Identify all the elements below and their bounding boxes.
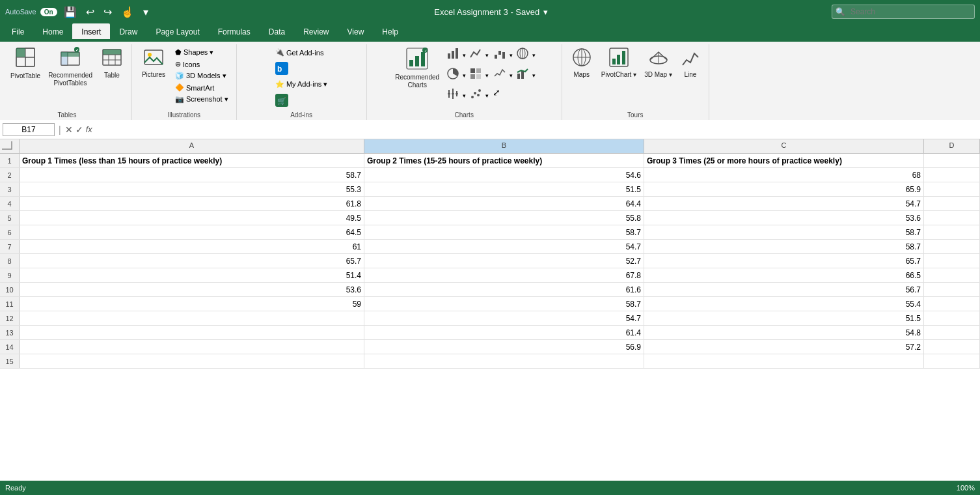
sheet-cell[interactable] bbox=[924, 283, 980, 296]
sheet-cell[interactable]: 68 bbox=[644, 168, 924, 182]
col-header-B[interactable]: B bbox=[364, 139, 644, 153]
sheet-cell[interactable]: 54.7 bbox=[364, 311, 644, 325]
sheet-cell[interactable]: 58.7 bbox=[364, 297, 644, 311]
sheet-cell[interactable]: 55.4 bbox=[644, 297, 924, 311]
col-header-A[interactable]: A bbox=[20, 139, 364, 153]
sheet-cell[interactable]: 53.6 bbox=[20, 283, 364, 296]
sheet-cell[interactable]: 61 bbox=[20, 240, 364, 253]
waterfall-chart-icon[interactable] bbox=[491, 46, 508, 64]
tab-insert[interactable]: Insert bbox=[72, 23, 110, 42]
sheet-cell[interactable] bbox=[20, 311, 364, 325]
recommended-charts-button[interactable]: ✓ RecommendedCharts bbox=[392, 46, 442, 91]
sheet-cell[interactable]: 58.7 bbox=[644, 225, 924, 239]
tab-home[interactable]: Home bbox=[33, 23, 72, 42]
sheet-cell[interactable]: 58.7 bbox=[644, 240, 924, 253]
sheet-cell[interactable]: 66.5 bbox=[644, 268, 924, 282]
sheet-cell[interactable] bbox=[20, 340, 364, 354]
sheet-cell[interactable]: 56.9 bbox=[364, 340, 644, 354]
sheet-cell[interactable] bbox=[924, 168, 980, 182]
sheet-cell[interactable]: 55.8 bbox=[364, 211, 644, 225]
cell-reference-box[interactable] bbox=[3, 123, 55, 136]
tab-formulas[interactable]: Formulas bbox=[209, 23, 260, 42]
sheet-cell[interactable]: 53.6 bbox=[644, 211, 924, 225]
sheet-cell[interactable]: 67.8 bbox=[364, 268, 644, 282]
sheet-cell[interactable]: 65.7 bbox=[644, 254, 924, 268]
tab-help[interactable]: Help bbox=[373, 23, 407, 42]
sheet-cell[interactable]: Group 2 Times (15-25 hours of practice w… bbox=[364, 154, 644, 167]
sheet-cell[interactable] bbox=[924, 225, 980, 239]
sheet-cell[interactable]: 59 bbox=[20, 297, 364, 311]
sheet-cell[interactable]: 61.6 bbox=[364, 283, 644, 296]
sheet-cell[interactable]: 57.2 bbox=[644, 340, 924, 354]
save-icon[interactable]: 💾 bbox=[61, 5, 79, 20]
column-chart-dropdown[interactable]: ▾ bbox=[463, 52, 466, 59]
autosave-toggle[interactable]: On bbox=[40, 8, 57, 16]
touch-icon[interactable]: ☝ bbox=[118, 5, 137, 20]
sheet-cell[interactable]: 65.9 bbox=[644, 182, 924, 196]
confirm-edit-icon[interactable]: ✓ bbox=[75, 124, 83, 135]
sheet-cell[interactable] bbox=[924, 182, 980, 196]
sheet-cell[interactable]: Group 3 Times (25 or more hours of pract… bbox=[644, 154, 924, 167]
charts-expand-icon[interactable]: ⤢ bbox=[491, 86, 502, 99]
line-chart-icon[interactable] bbox=[467, 46, 484, 64]
undo-icon[interactable]: ↩ bbox=[83, 5, 97, 20]
formula-input[interactable] bbox=[95, 124, 977, 135]
tab-file[interactable]: File bbox=[3, 23, 33, 42]
sheet-cell[interactable]: 54.8 bbox=[644, 326, 924, 339]
quick-access-more[interactable]: ▾ bbox=[141, 5, 151, 20]
sheet-cell[interactable]: 51.5 bbox=[644, 311, 924, 325]
pictures-button[interactable]: Pictures bbox=[137, 46, 170, 80]
combo-chart-dropdown[interactable]: ▾ bbox=[532, 72, 536, 79]
sheet-cell[interactable] bbox=[20, 326, 364, 339]
sheet-cell[interactable]: 54.7 bbox=[364, 240, 644, 253]
table-button[interactable]: Table bbox=[98, 46, 126, 81]
hierarchy-chart-dropdown[interactable]: ▾ bbox=[485, 72, 489, 79]
tab-data[interactable]: Data bbox=[260, 23, 294, 42]
sheet-cell[interactable] bbox=[924, 297, 980, 311]
sheet-cell[interactable] bbox=[20, 354, 364, 368]
screenshot-button[interactable]: 📷 Screenshot ▾ bbox=[172, 94, 231, 105]
sheet-cell[interactable]: 64.4 bbox=[364, 197, 644, 210]
tab-draw[interactable]: Draw bbox=[110, 23, 146, 42]
sheet-cell[interactable] bbox=[364, 354, 644, 368]
sheet-cell[interactable] bbox=[924, 354, 980, 368]
sheet-cell[interactable]: 51.4 bbox=[20, 268, 364, 282]
3d-models-button[interactable]: 🧊 3D Models ▾ bbox=[172, 70, 231, 81]
combo-chart-icon[interactable] bbox=[514, 66, 531, 85]
sheet-cell[interactable] bbox=[924, 197, 980, 210]
waterfall-chart-dropdown[interactable]: ▾ bbox=[510, 52, 513, 59]
redo-icon[interactable]: ↪ bbox=[101, 5, 115, 20]
line-chart-dropdown[interactable]: ▾ bbox=[485, 52, 489, 59]
sheet-cell[interactable] bbox=[924, 254, 980, 268]
map-chart-dropdown[interactable]: ▾ bbox=[532, 52, 536, 59]
shapes-button[interactable]: ⬟ Shapes ▾ bbox=[172, 47, 231, 58]
col-header-C[interactable]: C bbox=[644, 139, 924, 153]
pivot-chart-button[interactable]: PivotChart ▾ bbox=[599, 46, 639, 80]
sheet-cell[interactable]: 49.5 bbox=[20, 211, 364, 225]
recommended-pivot-tables-button[interactable]: ✓ RecommendedPivotTables bbox=[46, 46, 95, 89]
sparkline-icon[interactable] bbox=[491, 66, 508, 85]
hierarchy-chart-icon[interactable] bbox=[467, 66, 484, 85]
my-addins-button[interactable]: ⭐ My Add-ins ▾ bbox=[270, 78, 333, 91]
3d-map-button[interactable]: 3D Map ▾ bbox=[642, 46, 675, 80]
col-header-D[interactable]: D bbox=[924, 139, 980, 153]
get-addins-button[interactable]: 🔌 Get Add-ins bbox=[270, 46, 329, 59]
icons-button[interactable]: ⊕ Icons bbox=[172, 59, 231, 70]
title-dropdown-icon[interactable]: ▾ bbox=[543, 7, 548, 17]
tab-review[interactable]: Review bbox=[294, 23, 338, 42]
cancel-edit-icon[interactable]: ✕ bbox=[65, 124, 73, 135]
sheet-cell[interactable]: 51.5 bbox=[364, 182, 644, 196]
sparkline-dropdown[interactable]: ▾ bbox=[510, 72, 513, 79]
pivot-table-button[interactable]: PivotTable bbox=[8, 46, 43, 81]
maps-button[interactable]: Maps bbox=[567, 46, 596, 80]
sheet-cell[interactable]: 54.6 bbox=[364, 168, 644, 182]
scatter-chart-dropdown[interactable]: ▾ bbox=[485, 92, 489, 99]
sheet-cell[interactable] bbox=[924, 211, 980, 225]
sheet-cell[interactable]: 64.5 bbox=[20, 225, 364, 239]
sheet-cell[interactable] bbox=[924, 326, 980, 339]
search-input[interactable] bbox=[832, 5, 975, 19]
sheet-cell[interactable] bbox=[924, 240, 980, 253]
scatter-chart-icon[interactable] bbox=[467, 86, 484, 105]
sheet-cell[interactable]: 58.7 bbox=[20, 168, 364, 182]
sheet-cell[interactable] bbox=[924, 340, 980, 354]
